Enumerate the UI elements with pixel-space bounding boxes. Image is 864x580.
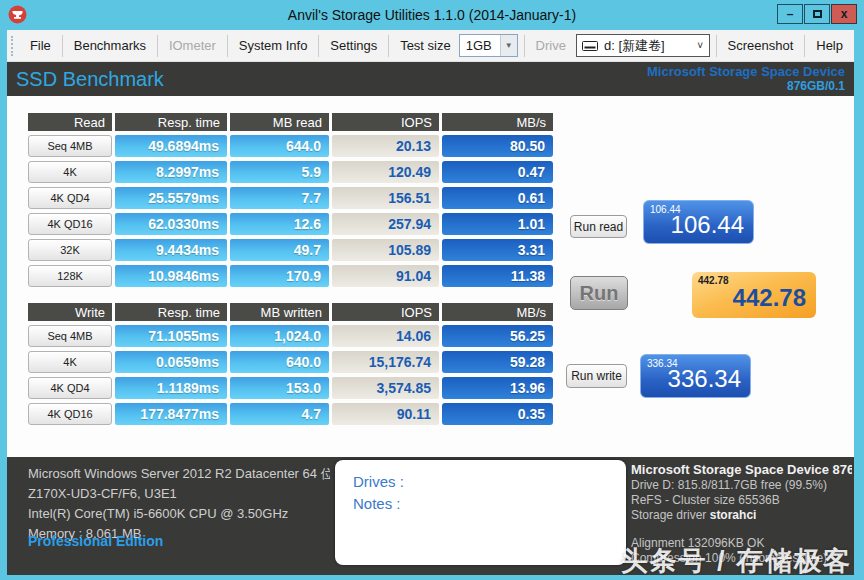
column-header: Resp. time — [115, 303, 227, 321]
row-label-cell: 4K QD4 — [28, 377, 112, 399]
iops-cell: 257.94 — [332, 213, 439, 235]
edition-label: Professional Edition — [28, 533, 163, 549]
driver-label: Storage driver — [631, 508, 710, 522]
iops-cell: 15,176.74 — [332, 351, 439, 373]
mbs-cell: 0.47 — [442, 161, 553, 183]
status-panel: Microsoft Windows Server 2012 R2 Datacen… — [7, 457, 854, 575]
board-line: Z170X-UD3-CF/F6, U3E1 — [28, 484, 330, 504]
maximize-icon — [813, 10, 822, 18]
column-header: Write — [28, 303, 112, 321]
menu-iometer: IOmeter — [158, 30, 227, 62]
menu-benchmarks[interactable]: Benchmarks — [63, 30, 157, 62]
row-label-cell: Seq 4MB — [28, 135, 112, 157]
drive-label: Drive — [525, 30, 570, 62]
close-button[interactable]: x — [831, 4, 857, 24]
iops-cell: 91.04 — [332, 265, 439, 287]
row-label-cell: 4K — [28, 161, 112, 183]
total-score-value: 442.78 — [733, 284, 806, 312]
mbs-cell: 1.01 — [442, 213, 553, 235]
drives-label: Drives : — [353, 471, 626, 493]
minimize-button[interactable]: – — [777, 4, 803, 24]
mbs-cell: 3.31 — [442, 239, 553, 261]
chevron-down-icon: ▼ — [500, 35, 517, 56]
minimize-icon: – — [787, 7, 794, 21]
drives-notes-box[interactable]: Drives : Notes : — [335, 460, 626, 565]
mbs-cell: 59.28 — [442, 351, 553, 373]
iops-cell: 156.51 — [332, 187, 439, 209]
mb-cell: 7.7 — [230, 187, 329, 209]
test-size-value: 1GB — [460, 38, 500, 53]
iops-cell: 90.11 — [332, 403, 439, 425]
row-label-cell: 4K QD4 — [28, 187, 112, 209]
menu-system-info[interactable]: System Info — [228, 30, 319, 62]
column-header: Resp. time — [115, 113, 227, 131]
write-score-value: 336.34 — [668, 365, 741, 393]
window-title: Anvil's Storage Utilities 1.1.0 (2014-Ja… — [0, 0, 864, 30]
column-header: MB/s — [442, 113, 553, 131]
app-window: Anvil's Storage Utilities 1.1.0 (2014-Ja… — [0, 0, 864, 580]
menu-settings[interactable]: Settings — [319, 30, 388, 62]
mb-cell: 5.9 — [230, 161, 329, 183]
chevron-down-icon: ˅ — [692, 35, 709, 56]
mb-cell: 640.0 — [230, 351, 329, 373]
driver-value: storahci — [710, 508, 757, 522]
mb-cell: 153.0 — [230, 377, 329, 399]
mbs-cell: 0.61 — [442, 187, 553, 209]
resp-time-cell: 10.9846ms — [115, 265, 227, 287]
mbs-cell: 13.96 — [442, 377, 553, 399]
drive-value: d: [新建卷] — [598, 37, 692, 55]
row-label-cell: 128K — [28, 265, 112, 287]
read-score-box: 106.44 106.44 — [643, 200, 754, 244]
column-header: MB read — [230, 113, 329, 131]
mb-cell: 1,024.0 — [230, 325, 329, 347]
row-label-cell: 4K QD16 — [28, 403, 112, 425]
filesystem-line: ReFS - Cluster size 65536B — [631, 493, 852, 508]
resp-time-cell: 49.6894ms — [115, 135, 227, 157]
total-score-box: 442.78 442.78 — [692, 272, 816, 318]
os-line: Microsoft Windows Server 2012 R2 Datacen… — [28, 464, 330, 484]
test-size-label: Test size — [389, 30, 453, 62]
iops-cell: 105.89 — [332, 239, 439, 261]
system-info-block: Microsoft Windows Server 2012 R2 Datacen… — [28, 464, 330, 544]
iops-cell: 120.49 — [332, 161, 439, 183]
toolbar-grip[interactable] — [11, 36, 14, 56]
test-size-select[interactable]: 1GB ▼ — [459, 34, 518, 57]
total-score-mini: 442.78 — [698, 275, 729, 286]
resp-time-cell: 9.4434ms — [115, 239, 227, 261]
close-icon: x — [841, 7, 848, 21]
run-read-button[interactable]: Run read — [570, 215, 627, 238]
read-score-value: 106.44 — [671, 211, 744, 239]
page-title: SSD Benchmark — [16, 68, 164, 91]
run-write-button[interactable]: Run write — [566, 364, 627, 388]
resp-time-cell: 25.5579ms — [115, 187, 227, 209]
cpu-line: Intel(R) Core(TM) i5-6600K CPU @ 3.50GHz — [28, 504, 330, 524]
drive-free-line: Drive D: 815.8/811.7GB free (99.5%) — [631, 478, 852, 493]
maximize-button[interactable] — [804, 4, 830, 24]
column-header: IOPS — [332, 303, 439, 321]
resp-time-cell: 1.1189ms — [115, 377, 227, 399]
benchmark-banner: SSD Benchmark Microsoft Storage Space De… — [7, 62, 854, 96]
column-header: MB written — [230, 303, 329, 321]
menu-file[interactable]: File — [19, 30, 62, 62]
column-header: MB/s — [442, 303, 553, 321]
menu-screenshot[interactable]: Screenshot — [717, 30, 805, 62]
column-header: Read — [28, 113, 112, 131]
iops-cell: 14.06 — [332, 325, 439, 347]
device-capacity: 876GB/0.1 — [647, 79, 845, 94]
resp-time-cell: 177.8477ms — [115, 403, 227, 425]
resp-time-cell: 62.0330ms — [115, 213, 227, 235]
mb-cell: 644.0 — [230, 135, 329, 157]
device-title: Microsoft Storage Space Device 876GB — [631, 461, 852, 478]
title-bar: Anvil's Storage Utilities 1.1.0 (2014-Ja… — [0, 0, 864, 30]
resp-time-cell: 8.2997ms — [115, 161, 227, 183]
iops-cell: 3,574.85 — [332, 377, 439, 399]
drive-icon — [582, 40, 598, 52]
watermark: 头条号 / 存储极客 — [620, 543, 852, 579]
mbs-cell: 56.25 — [442, 325, 553, 347]
mb-cell: 4.7 — [230, 403, 329, 425]
storage-driver-line: Storage driver storahci — [631, 508, 852, 523]
mbs-cell: 11.38 — [442, 265, 553, 287]
run-button[interactable]: Run — [570, 276, 628, 310]
drive-select[interactable]: d: [新建卷] ˅ — [576, 34, 710, 57]
menu-help[interactable]: Help — [805, 30, 854, 62]
